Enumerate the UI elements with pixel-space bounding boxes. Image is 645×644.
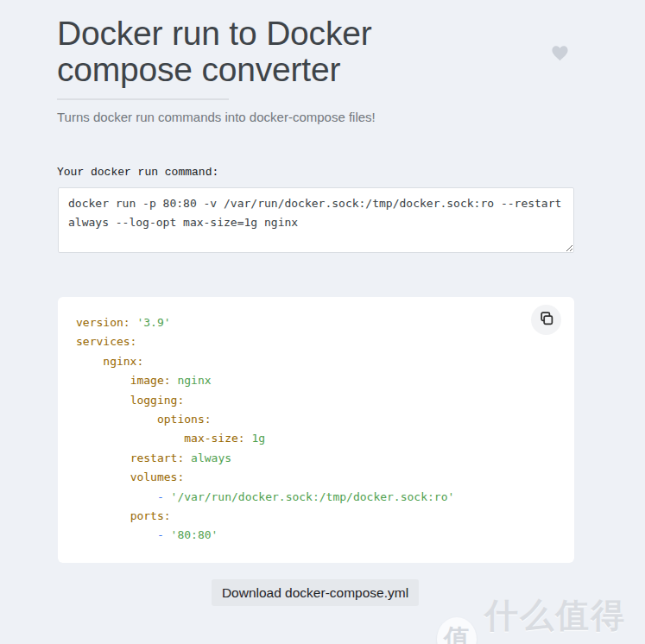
command-label: Your docker run command:	[57, 166, 218, 179]
heart-icon[interactable]	[551, 45, 569, 61]
code-line: - '80:80'	[76, 526, 574, 545]
title-underline-divider	[57, 98, 229, 100]
copy-button[interactable]	[531, 305, 561, 335]
code-line: version: '3.9'	[76, 313, 574, 332]
page-subtitle: Turns docker run commands into docker-co…	[57, 110, 376, 124]
compose-output-card: version: '3.9'services: nginx: image: ng…	[58, 297, 574, 563]
code-line: options:	[76, 410, 574, 429]
code-line: nginx:	[76, 352, 574, 371]
page-title: Docker run to Docker compose converter	[57, 16, 471, 88]
smzdm-watermark: 值 什么值得买	[437, 592, 645, 644]
code-line: volumes:	[76, 468, 574, 487]
watermark-text: 什么值得买	[484, 592, 645, 644]
code-line: restart: always	[76, 449, 574, 468]
converter-page: Docker run to Docker compose converter T…	[0, 0, 645, 644]
code-line: logging:	[76, 391, 574, 410]
code-line: image: nginx	[76, 371, 574, 390]
download-button[interactable]: Download docker-compose.yml	[212, 579, 419, 606]
compose-output-code: version: '3.9'services: nginx: image: ng…	[58, 297, 574, 546]
code-line: services:	[76, 332, 574, 351]
code-line: - '/var/run/docker.sock:/tmp/docker.sock…	[76, 488, 574, 507]
copy-icon	[539, 312, 553, 329]
code-line: max-size: 1g	[76, 429, 574, 448]
smzdm-logo-icon: 值	[437, 617, 477, 644]
docker-run-command-input[interactable]: docker run -p 80:80 -v /var/run/docker.s…	[58, 187, 574, 253]
code-line: ports:	[76, 507, 574, 526]
